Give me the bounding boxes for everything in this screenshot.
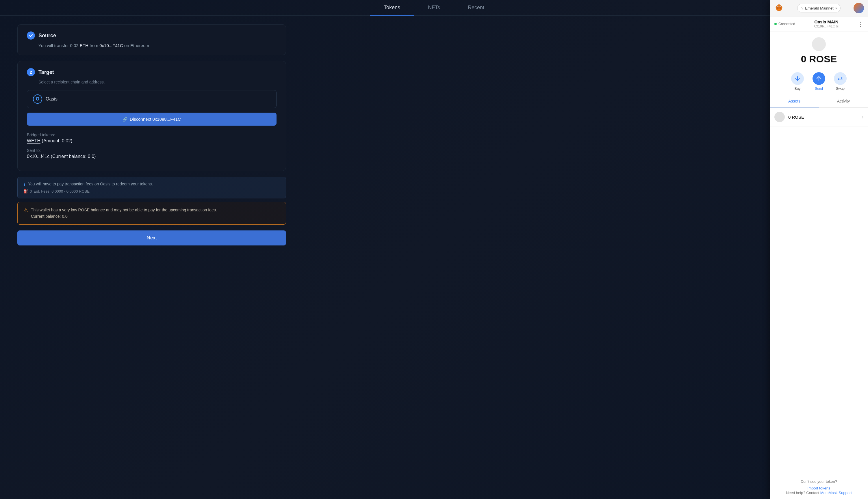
fee-amount: 0 (30, 189, 32, 194)
disconnect-button[interactable]: 🔗 Disconnect 0x10e8...F41C (27, 113, 277, 126)
bridged-amount-value: (Amount: 0.02) (42, 138, 73, 143)
chain-selector[interactable]: O Oasis (27, 90, 277, 108)
top-nav: Tokens NFTs Recent (0, 0, 868, 16)
connected-dot-icon (774, 23, 777, 25)
next-button[interactable]: Next (17, 230, 286, 245)
account-name: Oasis MAIN (814, 19, 838, 24)
main-page: Tokens NFTs Recent Source You will trans… (0, 0, 868, 499)
popup-footer: Don't see your token? Import tokens Need… (770, 475, 868, 499)
content-area: Source You will transfer 0.02 ETH from 0… (0, 16, 303, 254)
disconnect-btn-content: 🔗 Disconnect 0x10e8...F41C (31, 117, 273, 122)
info-circle-icon: ℹ (23, 182, 25, 187)
fuel-icon: ⛽ (23, 189, 28, 194)
sent-to-address: 0x10...f41c (27, 154, 49, 159)
warning-box: ⚠ This wallet has a very low ROSE balanc… (17, 202, 286, 225)
info-box-row: ℹ You will have to pay transaction fees … (23, 182, 280, 187)
network-question-icon: ? (801, 6, 803, 10)
metamask-popup: ? Emerald Mainnet ▾ Connected Oasi (770, 0, 868, 499)
tab-assets[interactable]: Assets (770, 95, 819, 107)
tab-nfts[interactable]: NFTs (414, 0, 454, 15)
buy-label: Buy (795, 87, 801, 91)
svg-point-9 (780, 7, 781, 7)
tab-activity[interactable]: Activity (819, 95, 868, 107)
source-header: Source (27, 32, 277, 39)
dont-see-token-text: Don't see your token? (774, 479, 864, 484)
source-description: You will transfer 0.02 ETH from 0x10...F… (38, 43, 277, 48)
bridged-tokens-row: Bridged tokens: WETH (Amount: 0.02) (27, 133, 277, 144)
disconnect-link-icon: 🔗 (122, 117, 128, 122)
popup-header: ? Emerald Mainnet ▾ (770, 0, 868, 16)
account-name-group: Oasis MAIN 0x10e...F41C ⎘ (814, 19, 838, 28)
sent-to-label: Sent to: (27, 148, 277, 153)
balance-amount: 0 ROSE (801, 53, 837, 65)
swap-action-button[interactable]: Swap (834, 72, 847, 91)
help-text: Need help? Contact MetaMask Support (774, 491, 864, 495)
action-buttons: Buy Send Swap (770, 72, 868, 95)
rose-token-icon (774, 112, 785, 122)
source-token: ETH (80, 43, 88, 48)
fee-label: Est. Fees: 0.0000 - 0.0000 ROSE (34, 189, 89, 194)
target-title: Target (38, 69, 54, 75)
account-bar: Connected Oasis MAIN 0x10e...F41C ⎘ ⋮ (770, 16, 868, 32)
buy-circle-icon (791, 72, 804, 85)
target-section: 2 Target Select a recipient chain and ad… (17, 61, 286, 171)
source-section: Source You will transfer 0.02 ETH from 0… (17, 24, 286, 55)
source-address: 0x10...F41C (99, 43, 123, 48)
account-address: 0x10e...F41C (814, 24, 835, 28)
fee-info-text: You will have to pay transaction fees on… (28, 182, 153, 186)
warning-text: This wallet has a very low ROSE balance … (31, 207, 217, 220)
account-address-row: 0x10e...F41C ⎘ (814, 24, 838, 28)
import-tokens-link[interactable]: Import tokens (808, 486, 830, 490)
warning-triangle-icon: ⚠ (23, 207, 28, 214)
asset-item-rose[interactable]: 0 ROSE › (770, 108, 868, 126)
connected-status: Connected (774, 22, 795, 26)
chevron-down-icon: ▾ (835, 7, 837, 10)
asset-info: 0 ROSE (788, 115, 861, 120)
send-action-button[interactable]: Send (812, 72, 825, 91)
warning-box-row: ⚠ This wallet has a very low ROSE balanc… (23, 207, 280, 220)
oasis-icon: O (33, 95, 42, 104)
balance-section: 0 ROSE (770, 32, 868, 72)
fee-row: ⛽ 0 Est. Fees: 0.0000 - 0.0000 ROSE (23, 189, 280, 194)
network-name: Emerald Mainnet (805, 6, 833, 10)
source-title: Source (38, 33, 56, 39)
on-ethereum: on Ethereum (124, 43, 149, 48)
target-subtitle: Select a recipient chain and address. (38, 80, 277, 84)
bridged-label: Bridged tokens: (27, 133, 277, 137)
fee-info-box: ℹ You will have to pay transaction fees … (17, 177, 286, 198)
sent-to-row: Sent to: 0x10...f41c (Current balance: 0… (27, 148, 277, 159)
bridged-value: WETH (Amount: 0.02) (27, 138, 277, 144)
help-prefix: Need help? Contact (786, 491, 819, 495)
tab-tokens[interactable]: Tokens (370, 0, 414, 15)
asset-name: 0 ROSE (788, 115, 861, 120)
balance-avatar-icon (812, 37, 826, 51)
sent-to-balance-value: (Current balance: 0.0) (51, 154, 96, 159)
disconnect-label: Disconnect 0x10e8...F41C (130, 117, 181, 122)
warning-message: This wallet has a very low ROSE balance … (31, 208, 217, 212)
popup-tabs: Assets Activity (770, 95, 868, 108)
buy-action-button[interactable]: Buy (791, 72, 804, 91)
swap-circle-icon (834, 72, 847, 85)
swap-label: Swap (836, 87, 845, 91)
from-label: from (89, 43, 99, 48)
metamask-fox-icon (774, 3, 784, 13)
assets-list: 0 ROSE › (770, 108, 868, 475)
check-circle-icon (27, 32, 35, 39)
transfer-prefix: You will transfer 0.02 (38, 43, 79, 48)
target-number: 2 (27, 68, 35, 76)
asset-chevron-icon: › (861, 114, 864, 120)
connected-label: Connected (779, 22, 795, 26)
account-avatar[interactable] (854, 3, 864, 13)
send-circle-icon (812, 72, 825, 85)
metamask-support-link[interactable]: MetaMask Support (820, 491, 852, 495)
more-options-icon[interactable]: ⋮ (858, 21, 864, 27)
network-selector-button[interactable]: ? Emerald Mainnet ▾ (797, 4, 840, 12)
send-label: Send (815, 87, 823, 91)
tab-recent[interactable]: Recent (454, 0, 498, 15)
sent-to-value: 0x10...f41c (Current balance: 0.0) (27, 154, 277, 159)
bridged-token-name: WETH (27, 138, 40, 143)
svg-point-8 (777, 7, 778, 7)
copy-icon[interactable]: ⎘ (836, 24, 838, 28)
target-header: 2 Target (27, 68, 277, 76)
svg-point-11 (854, 3, 864, 13)
